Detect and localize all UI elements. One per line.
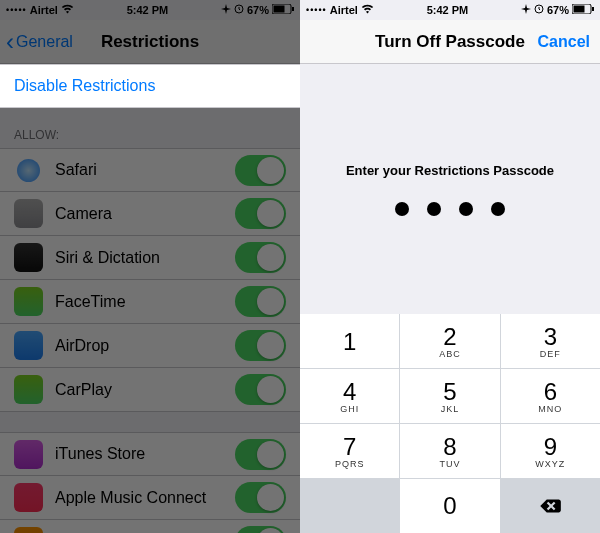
left-screen: ••••• Airtel 5:42 PM 67% ‹ General Restr…: [0, 0, 300, 533]
carrier-label: Airtel: [30, 4, 58, 16]
keypad-blank: [300, 479, 399, 533]
passcode-dot-4: [491, 202, 505, 216]
keypad-digit: 9: [544, 433, 557, 461]
keypad-digit: 3: [544, 323, 557, 351]
carrier-label: Airtel: [330, 4, 358, 16]
svg-rect-7: [592, 7, 594, 11]
allow-row-safari[interactable]: Safari: [0, 148, 300, 192]
status-bar: ••••• Airtel 5:42 PM 67%: [300, 0, 600, 20]
keypad-digit: 6: [544, 378, 557, 406]
allow-row-label: Siri & Dictation: [55, 249, 235, 267]
keypad-delete[interactable]: [501, 479, 600, 533]
numeric-keypad: 12ABC3DEF4GHI5JKL6MNO7PQRS8TUV9WXYZ0: [300, 314, 600, 533]
toggle-switch[interactable]: [235, 198, 286, 229]
safari-icon: [14, 156, 43, 185]
wifi-icon: [361, 4, 374, 16]
allow-list-b: iTunes StoreApple Music ConnectiBooks St…: [0, 432, 300, 533]
toggle-switch[interactable]: [235, 526, 286, 533]
keypad-5[interactable]: 5JKL: [400, 369, 499, 423]
keypad-digit: 7: [343, 433, 356, 461]
battery-icon: [572, 4, 594, 16]
keypad-digit: 5: [443, 378, 456, 406]
applemusic-icon: [14, 483, 43, 512]
keypad-0[interactable]: 0: [400, 479, 499, 533]
allow-row-carplay[interactable]: CarPlay: [0, 368, 300, 412]
keypad-9[interactable]: 9WXYZ: [501, 424, 600, 478]
passcode-dot-3: [459, 202, 473, 216]
toggle-switch[interactable]: [235, 482, 286, 513]
allow-row-applemusic[interactable]: Apple Music Connect: [0, 476, 300, 520]
allow-row-airdrop[interactable]: AirDrop: [0, 324, 300, 368]
keypad-7[interactable]: 7PQRS: [300, 424, 399, 478]
nav-bar: Turn Off Passcode Cancel: [300, 20, 600, 64]
back-label: General: [16, 33, 73, 51]
keypad-letters: ABC: [439, 349, 461, 359]
allow-row-label: Apple Music Connect: [55, 489, 235, 507]
disable-restrictions-cell[interactable]: Disable Restrictions: [0, 64, 300, 108]
orientation-lock-icon: [534, 4, 544, 16]
keypad-letters: WXYZ: [535, 459, 565, 469]
allow-row-label: CarPlay: [55, 381, 235, 399]
allow-row-ibooks[interactable]: iBooks Store: [0, 520, 300, 533]
passcode-dots: [395, 202, 505, 216]
carplay-icon: [14, 375, 43, 404]
keypad-digit: 2: [443, 323, 456, 351]
svg-rect-6: [574, 6, 585, 13]
passcode-dot-2: [427, 202, 441, 216]
allow-row-camera[interactable]: Camera: [0, 192, 300, 236]
cancel-button[interactable]: Cancel: [538, 33, 590, 51]
toggle-switch[interactable]: [235, 155, 286, 186]
ibooks-icon: [14, 527, 43, 533]
itunes-icon: [14, 440, 43, 469]
allow-row-label: AirDrop: [55, 337, 235, 355]
disable-restrictions-label: Disable Restrictions: [14, 77, 286, 95]
backspace-icon: [537, 493, 563, 519]
right-screen: ••••• Airtel 5:42 PM 67% Turn Off Passco…: [300, 0, 600, 533]
group-spacer: [0, 412, 300, 432]
passcode-dot-1: [395, 202, 409, 216]
location-icon: [521, 4, 531, 16]
keypad-letters: DEF: [540, 349, 561, 359]
location-icon: [221, 4, 231, 16]
allow-row-facetime[interactable]: FaceTime: [0, 280, 300, 324]
battery-percent: 67%: [547, 4, 569, 16]
toggle-switch[interactable]: [235, 242, 286, 273]
battery-percent: 67%: [247, 4, 269, 16]
status-bar: ••••• Airtel 5:42 PM 67%: [0, 0, 300, 20]
orientation-lock-icon: [234, 4, 244, 16]
nav-bar: ‹ General Restrictions: [0, 20, 300, 64]
keypad-digit: 1: [343, 328, 356, 356]
signal-dots-icon: •••••: [6, 5, 27, 15]
keypad-digit: 4: [343, 378, 356, 406]
siri-icon: [14, 243, 43, 272]
allow-row-itunes[interactable]: iTunes Store: [0, 432, 300, 476]
wifi-icon: [61, 4, 74, 16]
signal-dots-icon: •••••: [306, 5, 327, 15]
toggle-switch[interactable]: [235, 330, 286, 361]
svg-rect-3: [292, 7, 294, 11]
allow-row-label: iTunes Store: [55, 445, 235, 463]
chevron-left-icon: ‹: [6, 28, 14, 56]
keypad-1[interactable]: 1: [300, 314, 399, 368]
keypad-6[interactable]: 6MNO: [501, 369, 600, 423]
svg-rect-2: [274, 6, 285, 13]
airdrop-icon: [14, 331, 43, 360]
allow-row-label: Camera: [55, 205, 235, 223]
keypad-2[interactable]: 2ABC: [400, 314, 499, 368]
keypad-8[interactable]: 8TUV: [400, 424, 499, 478]
battery-icon: [272, 4, 294, 16]
allow-row-siri[interactable]: Siri & Dictation: [0, 236, 300, 280]
back-button[interactable]: ‹ General: [6, 28, 73, 56]
toggle-switch[interactable]: [235, 374, 286, 405]
passcode-area: Enter your Restrictions Passcode: [300, 64, 600, 314]
keypad-letters: PQRS: [335, 459, 365, 469]
status-time: 5:42 PM: [127, 4, 169, 16]
allow-list-a: SafariCameraSiri & DictationFaceTimeAirD…: [0, 148, 300, 412]
allow-row-label: FaceTime: [55, 293, 235, 311]
section-header-allow: ALLOW:: [0, 108, 300, 148]
keypad-3[interactable]: 3DEF: [501, 314, 600, 368]
status-time: 5:42 PM: [427, 4, 469, 16]
keypad-4[interactable]: 4GHI: [300, 369, 399, 423]
toggle-switch[interactable]: [235, 439, 286, 470]
toggle-switch[interactable]: [235, 286, 286, 317]
